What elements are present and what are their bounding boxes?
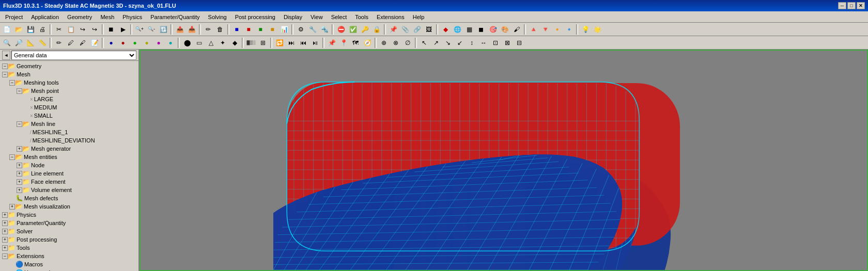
tb-brush[interactable]: 🖌 — [511, 24, 522, 35]
tb-link[interactable]: 🔗 — [411, 24, 423, 35]
tb-blue-dia[interactable]: 🔹 — [563, 24, 575, 35]
tree-item-line-element[interactable]: +📁Line element — [0, 169, 138, 178]
tb2-c6[interactable]: ● — [165, 37, 176, 49]
tb2-c5[interactable]: ● — [153, 37, 164, 49]
tree-item-mesh-line[interactable]: −📂Mesh line — [0, 120, 138, 128]
menu-select[interactable]: Select — [327, 13, 351, 21]
tb2-zoom[interactable]: 🔍 — [1, 37, 12, 49]
tb-key[interactable]: 🔑 — [359, 24, 370, 35]
tb-open[interactable]: 📂 — [13, 24, 24, 35]
menu-application[interactable]: Application — [27, 13, 63, 21]
tb2-tri[interactable]: △ — [205, 37, 216, 49]
tb2-ruler[interactable]: 📏 — [37, 37, 48, 49]
tree-item-solver[interactable]: +📁Solver — [0, 227, 138, 235]
tb-run[interactable]: ▶ — [117, 24, 129, 35]
tb-zoom-out[interactable]: 🔍- — [146, 24, 157, 35]
tb-shape1[interactable]: ■ — [231, 24, 242, 35]
tb2-blend[interactable]: ▓▒░ — [245, 37, 257, 49]
tb2-loc[interactable]: 📍 — [338, 37, 349, 49]
tb-zoom-in[interactable]: 🔍+ — [134, 24, 145, 35]
tb-cut[interactable]: ✂ — [53, 24, 65, 35]
tb-edit[interactable]: ✏ — [203, 24, 214, 35]
tb2-cross[interactable]: ⊗ — [390, 37, 401, 49]
tree-item-user-overlays[interactable]: 🌐User overlays — [0, 268, 138, 271]
tree-item-meshing-tools[interactable]: −📂Meshing tools — [0, 78, 138, 87]
tree-item-param-quantity[interactable]: +📁Parameter/Quantity — [0, 219, 138, 227]
tree-item-post-processing[interactable]: +📁Post processing — [0, 235, 138, 244]
tb2-rect[interactable]: ▭ — [193, 37, 205, 49]
tb2-map[interactable]: 🗺 — [350, 37, 361, 49]
tb-fill[interactable]: ◼ — [475, 24, 487, 35]
tree-item-extensions[interactable]: −📂Extensions — [0, 252, 138, 260]
tb2-play[interactable]: ⏯ — [309, 37, 321, 49]
tb2-plus[interactable]: ⊕ — [378, 37, 390, 49]
tb-grid[interactable]: ▦ — [463, 24, 475, 35]
menu-extensions[interactable]: Extensions — [373, 13, 409, 21]
tb-refresh[interactable]: 🔃 — [158, 24, 169, 35]
expander-node[interactable]: + — [17, 163, 22, 168]
expander-solver[interactable]: + — [2, 229, 8, 234]
tb2-c3[interactable]: ● — [129, 37, 141, 49]
tree-item-node[interactable]: +📁Node — [0, 161, 138, 169]
expander-line-element[interactable]: + — [17, 171, 22, 177]
expander-mesh-visualization[interactable]: + — [9, 204, 15, 210]
expander-post-processing[interactable]: + — [2, 237, 8, 243]
expander-meshing-tools[interactable]: − — [9, 80, 15, 86]
tb2-diamond2[interactable]: ◆ — [229, 37, 240, 49]
menu-post-processing[interactable]: Post processing — [231, 13, 280, 21]
tb-image[interactable]: 🖼 — [423, 24, 435, 35]
tb-clip[interactable]: 📎 — [399, 24, 411, 35]
tb-delete[interactable]: 🗑 — [214, 24, 226, 35]
tb-palette[interactable]: 🎨 — [499, 24, 510, 35]
tb2-zoom2[interactable]: 🔎 — [13, 37, 24, 49]
expander-extensions[interactable]: − — [2, 253, 8, 259]
tb2-dot[interactable]: ⬤ — [181, 37, 193, 49]
close-button[interactable]: ✕ — [857, 2, 865, 9]
expander-tools[interactable]: + — [2, 245, 8, 251]
expander-mesh-line[interactable]: − — [17, 121, 22, 127]
tree-item-mesh-generator[interactable]: +📂Mesh generator — [0, 145, 138, 153]
tb-save[interactable]: 💾 — [25, 24, 36, 35]
tb-shape4[interactable]: ■ — [267, 24, 278, 35]
tb2-draw3[interactable]: 🖋 — [77, 37, 88, 49]
tb2-pin[interactable]: 📌 — [326, 37, 337, 49]
tb2-loop[interactable]: 🔁 — [274, 37, 285, 49]
tb2-c2[interactable]: ● — [117, 37, 129, 49]
tree-item-medium[interactable]: ×MEDIUM — [0, 103, 138, 111]
expander-physics[interactable]: + — [2, 212, 8, 218]
tb2-forward[interactable]: ⏭ — [286, 37, 297, 49]
tb-chart[interactable]: 📊 — [278, 24, 290, 35]
tb2-c1[interactable]: ● — [105, 37, 117, 49]
tb2-back[interactable]: ⏮ — [298, 37, 309, 49]
tree-item-macros[interactable]: 🔵Macros — [0, 260, 138, 268]
menu-project[interactable]: Project — [1, 13, 27, 21]
tb-redo[interactable]: ↪ — [89, 24, 100, 35]
tree-item-tools[interactable]: +📁Tools — [0, 244, 138, 252]
tb-pin[interactable]: 📌 — [388, 24, 399, 35]
tb2-select3[interactable]: ⊟ — [514, 37, 525, 49]
tb-shape3[interactable]: ■ — [255, 24, 266, 35]
tb-export[interactable]: 📤 — [174, 24, 185, 35]
tb2-draw2[interactable]: 🖊 — [65, 37, 76, 49]
tb-stop[interactable]: ⏹ — [105, 24, 117, 35]
tree-item-mesh[interactable]: −📂Mesh — [0, 70, 138, 78]
tree-item-physics[interactable]: +📁Physics — [0, 211, 138, 219]
tb2-arrow1[interactable]: ↗ — [430, 37, 442, 49]
tb-undo[interactable]: ↩ — [77, 24, 88, 35]
tb-down-tri[interactable]: 🔻 — [539, 24, 551, 35]
tb2-arrow2[interactable]: ↘ — [442, 37, 454, 49]
tb2-arrow4[interactable]: ↕ — [466, 37, 477, 49]
expander-mesh-entities[interactable]: − — [9, 154, 15, 160]
tb-wrench[interactable]: 🔧 — [307, 24, 318, 35]
maximize-button[interactable]: □ — [847, 2, 856, 9]
tree-item-geometry[interactable]: −📂Geometry — [0, 62, 138, 70]
tb2-draw1[interactable]: ✏ — [53, 37, 65, 49]
tb-shape2[interactable]: ■ — [243, 24, 254, 35]
tb-target[interactable]: 🎯 — [487, 24, 499, 35]
menu-parameter-quantity[interactable]: Parameter/Quantity — [146, 13, 204, 21]
tb-copy[interactable]: 📋 — [65, 24, 76, 35]
tb2-c4[interactable]: ● — [141, 37, 152, 49]
expander-param-quantity[interactable]: + — [2, 220, 8, 226]
menu-physics[interactable]: Physics — [118, 13, 146, 21]
tree-item-face-element[interactable]: +📁Face element — [0, 178, 138, 186]
